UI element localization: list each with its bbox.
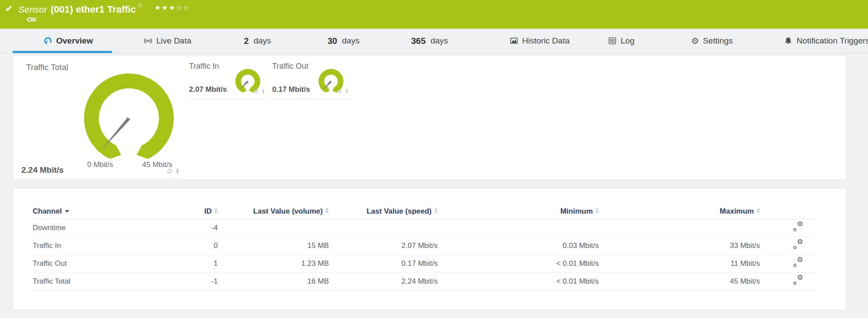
active-tab-indicator <box>13 51 112 53</box>
gear-icon[interactable]: ⚙ <box>166 168 172 175</box>
cell-id: -1 <box>179 272 218 290</box>
divider <box>272 99 349 99</box>
log-list-icon <box>608 37 617 45</box>
overview-gauges-panel: Traffic Total 0 Mbit/s 45 Mbit/s 2.24 Mb… <box>13 55 846 180</box>
broadcast-icon <box>144 37 152 45</box>
area-chart-icon <box>510 37 518 45</box>
tab-number: 365 <box>411 36 426 46</box>
table-row: Traffic In 0 15 MB 2.07 Mbit/s 0.03 Mbit… <box>33 237 816 254</box>
cell-min: < 0.01 Mbit/s <box>438 272 599 290</box>
pin-icon[interactable] <box>261 89 265 94</box>
tab-label: days <box>342 36 359 46</box>
divider <box>21 178 183 179</box>
gauge-out-title: Traffic Out <box>272 62 308 71</box>
flag-icon[interactable]: ⚐ <box>137 2 143 10</box>
channels-table: Channel ID Last Value (volume) Last Valu… <box>33 204 816 291</box>
tab-30-days[interactable]: 30 days <box>328 29 359 53</box>
column-header-last-value-speed[interactable]: Last Value (speed) <box>329 204 438 219</box>
cell-max <box>599 219 760 237</box>
gauge-in-tools: ⚙ <box>253 89 265 94</box>
status-badge: OK <box>27 16 37 23</box>
sort-icon <box>434 208 438 213</box>
tab-bar: Overview Live Data 2 days 30 days 365 da… <box>0 29 868 53</box>
cell-volume: 1.23 MB <box>218 254 329 272</box>
table-row: Traffic Total -1 16 MB 2.24 Mbit/s < 0.0… <box>33 272 816 290</box>
tab-label: Log <box>621 36 635 46</box>
table-row: Downtime -4 ⚙⚙ <box>33 219 816 237</box>
cell-channel: Downtime <box>33 219 179 237</box>
gear-icon[interactable]: ⚙ <box>337 89 342 94</box>
cell-max: 11 Mbit/s <box>599 254 760 272</box>
column-header-maximum[interactable]: Maximum <box>599 204 760 219</box>
cell-max: 33 Mbit/s <box>599 237 760 254</box>
tab-log[interactable]: Log <box>608 29 635 53</box>
gear-icon: ⚙ <box>691 37 699 45</box>
table-row: Traffic Out 1 1.23 MB 0.17 Mbit/s < 0.01… <box>33 254 816 272</box>
stars-empty[interactable]: ☆☆ <box>176 4 190 11</box>
cell-id: -4 <box>179 219 218 237</box>
column-header-minimum[interactable]: Minimum <box>438 204 599 219</box>
gauge-out-tools: ⚙ <box>337 89 349 94</box>
sort-icon <box>757 208 760 213</box>
stars-filled[interactable]: ★★★ <box>155 4 176 11</box>
status-ok-check-icon: ✔ <box>5 3 13 14</box>
sensor-title-line: Sensor(001) ether1 Traffic⚐★★★☆☆ <box>18 2 190 15</box>
column-header-id[interactable]: ID <box>179 204 218 219</box>
column-header-last-value-volume[interactable]: Last Value (volume) <box>218 204 329 219</box>
cell-speed: 0.17 Mbit/s <box>329 254 438 272</box>
sensor-status-header: ✔ Sensor(001) ether1 Traffic⚐★★★☆☆ OK <box>0 0 868 29</box>
sort-desc-icon <box>65 210 69 213</box>
divider <box>189 99 266 99</box>
tab-settings[interactable]: ⚙ Settings <box>691 29 733 53</box>
tab-label: Live Data <box>156 36 191 46</box>
gauge-out-value: 0.17 Mbit/s <box>272 85 310 94</box>
channels-table-panel: Channel ID Last Value (volume) Last Valu… <box>13 188 846 310</box>
tab-2-days[interactable]: 2 days <box>244 29 271 53</box>
table-header-row: Channel ID Last Value (volume) Last Valu… <box>33 204 816 219</box>
tab-label: Settings <box>703 36 733 46</box>
tab-label: days <box>430 36 448 46</box>
tab-number: 2 <box>244 36 249 46</box>
cell-min <box>438 219 599 237</box>
channel-settings-icon[interactable]: ⚙⚙ <box>793 222 803 231</box>
tab-historic-data[interactable]: Historic Data <box>510 29 570 53</box>
channel-settings-icon[interactable]: ⚙⚙ <box>793 258 803 267</box>
cell-id: 0 <box>179 237 218 254</box>
column-header-actions <box>760 204 816 219</box>
cell-id: 1 <box>179 254 218 272</box>
cell-min: < 0.01 Mbit/s <box>438 254 599 272</box>
cell-volume: 16 MB <box>218 272 329 290</box>
gauge-total-tools: ⚙ <box>166 168 180 175</box>
tab-live-data[interactable]: Live Data <box>144 29 191 53</box>
pin-icon[interactable] <box>175 168 180 175</box>
channel-settings-icon[interactable]: ⚙⚙ <box>793 240 803 249</box>
sort-icon <box>325 208 329 213</box>
gauge-icon <box>44 37 52 45</box>
priority-stars[interactable]: ★★★☆☆ <box>155 4 190 11</box>
gauge-scale-min: 0 Mbit/s <box>87 161 113 169</box>
tab-number: 30 <box>328 36 337 46</box>
gear-icon[interactable]: ⚙ <box>253 89 259 94</box>
bell-icon <box>784 37 793 45</box>
gauge-total-title: Traffic Total <box>26 63 68 72</box>
sensor-type-label: Sensor <box>18 4 47 14</box>
cell-channel: Traffic In <box>33 237 179 254</box>
tab-label: Overview <box>56 36 93 46</box>
channel-settings-icon[interactable]: ⚙⚙ <box>793 275 803 285</box>
cell-volume: 15 MB <box>218 237 329 254</box>
cell-max: 45 Mbit/s <box>599 272 760 290</box>
cell-volume <box>218 219 329 237</box>
tab-notification-triggers[interactable]: Notification Triggers <box>784 29 868 53</box>
column-header-channel[interactable]: Channel <box>33 204 179 219</box>
page-title: (001) ether1 Traffic <box>51 4 136 15</box>
tab-365-days[interactable]: 365 days <box>411 29 448 53</box>
cell-speed <box>329 219 438 237</box>
cell-channel: Traffic Total <box>33 272 179 290</box>
gauge-in-value: 2.07 Mbit/s <box>189 85 227 94</box>
tab-overview[interactable]: Overview <box>44 29 93 53</box>
pin-icon[interactable] <box>345 89 349 94</box>
tab-label: days <box>253 36 271 46</box>
gauge-total-value: 2.24 Mbit/s <box>21 165 64 175</box>
cell-speed: 2.07 Mbit/s <box>329 237 438 254</box>
traffic-total-gauge <box>81 70 177 166</box>
